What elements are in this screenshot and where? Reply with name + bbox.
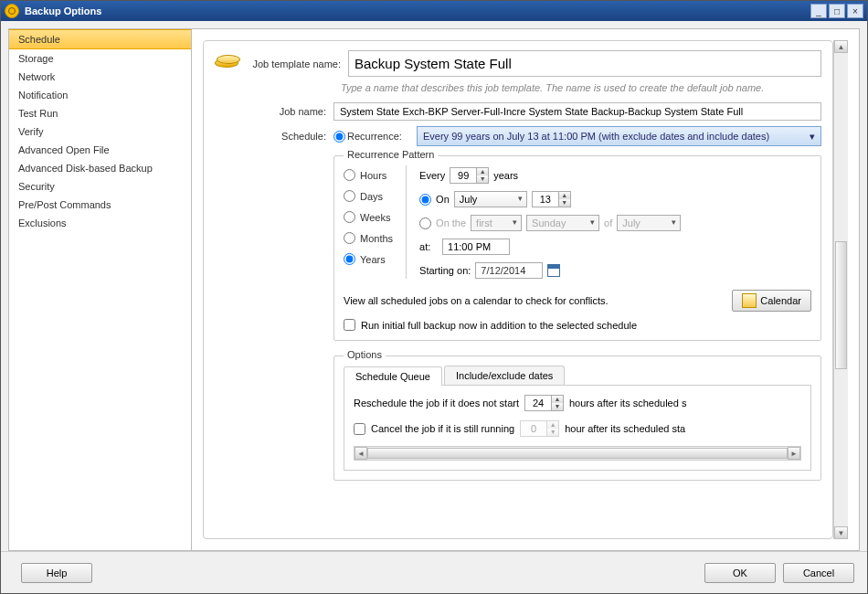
minimize-button[interactable]: _ <box>810 4 827 18</box>
freq-years[interactable]: Years <box>344 253 393 265</box>
help-button[interactable]: Help <box>21 563 92 583</box>
template-label: Job template name: <box>248 58 348 69</box>
cancel-button[interactable]: Cancel <box>783 563 854 583</box>
reschedule-input[interactable] <box>525 396 551 410</box>
ordinal-select[interactable]: first <box>471 215 522 231</box>
titlebar: Backup Options _ □ × <box>1 1 867 21</box>
spin-down-icon[interactable]: ▼ <box>551 403 563 410</box>
sidebar-item-security[interactable]: Security <box>9 177 191 196</box>
app-icon <box>5 4 19 18</box>
schedule-row: Schedule: Recurrence: Every 99 years on … <box>215 126 821 146</box>
sidebar-item-prepost[interactable]: Pre/Post Commands <box>9 196 191 214</box>
starting-row: Starting on: <box>419 262 811 279</box>
scroll-down-icon[interactable]: ▼ <box>834 526 848 539</box>
schedule-label: Schedule: <box>215 131 333 142</box>
starting-input[interactable] <box>475 262 543 279</box>
recurrence-label: Recurrence: <box>345 131 417 142</box>
every-row: Every ▲▼ years <box>419 167 811 184</box>
starting-label: Starting on: <box>419 265 471 276</box>
sidebar-item-storage[interactable]: Storage <box>9 49 191 68</box>
sidebar-item-test-run[interactable]: Test Run <box>9 104 191 122</box>
every-unit: years <box>493 170 518 181</box>
of-label: of <box>604 217 612 228</box>
sidebar-item-notification[interactable]: Notification <box>9 86 191 104</box>
weekday-select[interactable]: Sunday <box>526 215 599 231</box>
cancel-label: Cancel the job if it is still running <box>371 423 514 434</box>
reschedule-pre: Reschedule the job if it does not start <box>354 398 519 408</box>
every-input[interactable] <box>450 168 476 183</box>
on-label: On <box>436 194 450 205</box>
day-spinner[interactable]: ▲▼ <box>532 191 571 207</box>
main-body: Schedule Storage Network Notification Te… <box>1 21 867 551</box>
calendar-icon[interactable] <box>547 264 560 277</box>
cancel-input <box>521 421 546 436</box>
tab-include-exclude[interactable]: Include/exclude dates <box>444 366 565 385</box>
scroll-thumb[interactable] <box>835 241 847 369</box>
detail-column: Every ▲▼ years On <box>419 165 811 279</box>
tab-schedule-queue[interactable]: Schedule Queue <box>344 366 442 386</box>
scroll-thumb[interactable] <box>367 448 788 459</box>
reschedule-row: Reschedule the job if it does not start … <box>354 395 801 411</box>
scroll-left-icon[interactable]: ◄ <box>355 447 367 460</box>
horizontal-scrollbar[interactable]: ◄ ► <box>354 446 801 461</box>
calendar-button[interactable]: Calendar <box>732 290 811 312</box>
maximize-button[interactable]: □ <box>829 4 845 18</box>
at-input[interactable] <box>442 239 510 255</box>
sidebar-item-network[interactable]: Network <box>9 68 191 86</box>
on-the-row: On the first Sunday of July <box>419 215 811 231</box>
month-select[interactable]: July <box>454 191 527 207</box>
freq-hours[interactable]: Hours <box>344 169 393 181</box>
run-initial-checkbox[interactable] <box>344 319 355 331</box>
jobname-row: Job name: <box>215 102 821 121</box>
ok-button[interactable]: OK <box>704 563 776 583</box>
conflict-text: View all scheduled jobs on a calendar to… <box>344 295 609 306</box>
on-date-radio[interactable] <box>419 194 431 206</box>
reschedule-spinner[interactable]: ▲▼ <box>524 395 564 411</box>
pattern-body: Hours Days Weeks Months Years Every <box>344 165 811 279</box>
run-initial-label: Run initial full backup now in addition … <box>361 320 637 331</box>
day-input[interactable] <box>533 192 558 207</box>
cancel-row: Cancel the job if it is still running ▲▼… <box>354 420 801 437</box>
template-row: Job template name: <box>215 50 821 77</box>
sidebar-item-exclusions[interactable]: Exclusions <box>9 214 191 232</box>
sidebar-item-advanced-open-file[interactable]: Advanced Open File <box>9 141 191 159</box>
spin-down-icon: ▼ <box>546 429 558 436</box>
recurrence-radio[interactable] <box>333 131 345 143</box>
content-area: Job template name: Type a name that desc… <box>191 28 860 551</box>
sidebar: Schedule Storage Network Notification Te… <box>8 28 191 551</box>
spin-down-icon[interactable]: ▼ <box>558 199 570 207</box>
cancel-checkbox[interactable] <box>354 423 365 435</box>
at-label: at: <box>419 241 438 252</box>
window-title: Backup Options <box>25 5 810 16</box>
template-hint: Type a name that describes this job temp… <box>341 82 821 93</box>
sidebar-item-advanced-disk-backup[interactable]: Advanced Disk-based Backup <box>9 159 191 177</box>
on-the-radio[interactable] <box>419 217 431 229</box>
template-name-input[interactable] <box>348 50 821 77</box>
cancel-spinner: ▲▼ <box>520 420 559 437</box>
recurrence-pattern-fieldset: Recurrence Pattern Hours Days Weeks Mont… <box>333 155 821 341</box>
recurrence-dropdown[interactable]: Every 99 years on July 13 at 11:00 PM (w… <box>417 126 821 146</box>
of-month-select[interactable]: July <box>617 215 681 231</box>
spin-up-icon[interactable]: ▲ <box>551 396 563 403</box>
scroll-up-icon[interactable]: ▲ <box>834 40 848 53</box>
spin-up-icon[interactable]: ▲ <box>558 192 570 199</box>
at-row: at: <box>419 239 811 255</box>
tab-body: Reschedule the job if it does not start … <box>344 386 811 471</box>
freq-weeks[interactable]: Weeks <box>344 211 393 223</box>
scroll-right-icon[interactable]: ► <box>788 447 800 460</box>
footer: Help OK Cancel <box>1 551 867 593</box>
spin-down-icon[interactable]: ▼ <box>476 175 488 183</box>
freq-months[interactable]: Months <box>344 232 393 244</box>
close-button[interactable]: × <box>847 4 863 18</box>
vertical-scrollbar[interactable]: ▲ ▼ <box>833 40 848 539</box>
sidebar-item-verify[interactable]: Verify <box>9 122 191 141</box>
options-fieldset: Options Schedule Queue Include/exclude d… <box>333 355 821 481</box>
conflict-row: View all scheduled jobs on a calendar to… <box>344 290 811 312</box>
sidebar-item-schedule[interactable]: Schedule <box>9 29 191 49</box>
spin-up-icon[interactable]: ▲ <box>476 168 488 175</box>
jobname-input[interactable] <box>333 102 821 121</box>
freq-days[interactable]: Days <box>344 190 393 202</box>
frequency-column: Hours Days Weeks Months Years <box>344 165 407 279</box>
every-spinner[interactable]: ▲▼ <box>450 167 489 184</box>
recurrence-block: Recurrence Pattern Hours Days Weeks Mont… <box>333 155 821 481</box>
